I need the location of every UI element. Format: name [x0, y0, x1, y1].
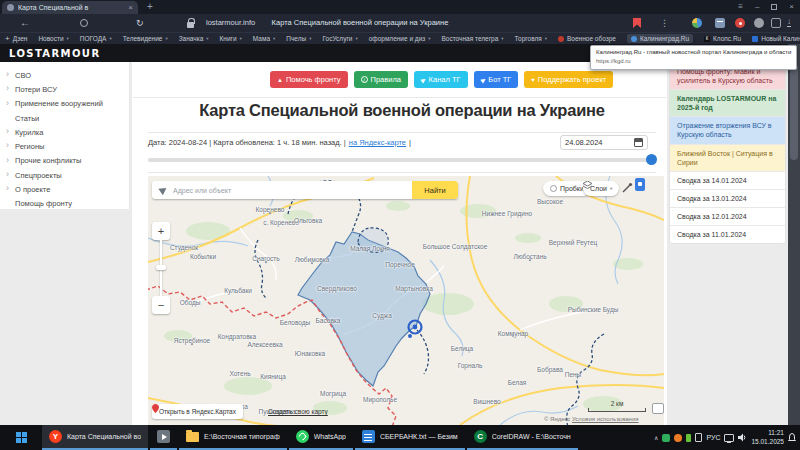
bookmark-item[interactable]: Новый Калинин — [752, 35, 800, 42]
browser-tab[interactable]: Карта Специальной в × — [2, 1, 138, 14]
map-extra-control[interactable] — [635, 178, 645, 191]
bookmark-item[interactable]: Восточная телегра▾ — [442, 35, 504, 42]
open-in-yandex-maps-link[interactable]: Открыть в Яндекс.Картах — [152, 404, 243, 419]
map-find-button[interactable]: Найти — [412, 181, 458, 199]
browser-home-icon[interactable] — [80, 19, 88, 27]
yandex-map-link[interactable]: на Яндекс-карте — [349, 138, 406, 147]
tray-app-icon[interactable] — [674, 434, 682, 442]
zoom-slider-knob[interactable] — [156, 265, 166, 270]
taskbar-app-folder[interactable]: Е:\Восточная типограф — [179, 425, 287, 450]
page-scrollbar[interactable] — [788, 44, 800, 425]
new-tab-button[interactable]: + — [147, 1, 153, 13]
map-scale-toggle[interactable] — [652, 403, 664, 414]
bookmark-item[interactable]: Новости▾ — [38, 35, 68, 42]
bookmark-item[interactable]: оформление и диз▾ — [369, 35, 431, 42]
bookmark-item[interactable]: +Дзен — [5, 35, 27, 43]
map-layers-button[interactable]: Слои ▾ — [583, 181, 619, 196]
extension-mail-icon[interactable] — [715, 18, 725, 28]
locate-icon[interactable] — [158, 185, 168, 196]
zoom-in-button[interactable]: + — [152, 222, 170, 240]
map-search-placeholder[interactable]: Адрес или объект — [173, 187, 412, 194]
download-icon[interactable]: ↓ — [787, 17, 791, 27]
bookmark-item[interactable]: Торговля▾ — [515, 35, 547, 42]
action-button[interactable]: ▲Помочь фронту — [270, 71, 348, 88]
action-button[interactable]: ▶Канал ТГ — [414, 71, 468, 88]
news-item[interactable]: Отражение вторжения ВСУ в Курскую област… — [670, 117, 785, 144]
bookmark-flag-icon[interactable] — [633, 18, 641, 28]
sidebar-item[interactable]: Помощь фронту — [0, 197, 129, 211]
speaker-icon[interactable] — [738, 433, 747, 442]
minimize-button[interactable]: – — [755, 0, 759, 14]
hidden-icons-chevron[interactable]: ∧ — [654, 434, 658, 441]
bookmark-item[interactable]: ПОГОДА▾ — [80, 35, 112, 42]
sidebar-item[interactable]: Статьи — [0, 111, 129, 125]
date-input[interactable]: 24.08.2024 — [560, 135, 648, 150]
sidebar-item-label: О проекте — [15, 185, 50, 194]
action-button[interactable]: ▶Бот ТГ — [474, 71, 519, 88]
clock[interactable]: 11:21 15.01.2025 — [751, 429, 784, 445]
notification-bell-icon[interactable] — [788, 433, 796, 442]
news-item[interactable]: Сводка за 12.01.2024 — [670, 208, 785, 226]
usb-icon[interactable] — [695, 433, 702, 442]
scrollbar-thumb[interactable] — [790, 64, 798, 160]
browser-menu-icon[interactable]: ≡ — [738, 0, 743, 14]
taskbar-app-whatsapp[interactable]: WhatsApp — [289, 425, 353, 450]
sidebar-item[interactable]: ›Применение вооружений — [0, 97, 129, 111]
news-item[interactable]: Календарь LOSTARMOUR на 2025-й год — [670, 90, 785, 117]
taskbar-app-yandex-browser[interactable]: YКарта Специальной во — [42, 425, 148, 450]
calendar-icon[interactable] — [634, 138, 643, 147]
bookmark-item[interactable]: ККлопс.Ru — [704, 35, 741, 42]
map-search[interactable]: Адрес или объект Найти — [152, 181, 458, 199]
extension-share-icon[interactable] — [771, 18, 781, 28]
sidebar-item[interactable]: ›СВО — [0, 68, 129, 82]
sidebar-item[interactable]: ›Регионы — [0, 139, 129, 153]
bookmark-item[interactable]: Пчелы▾ — [286, 35, 311, 42]
url-text[interactable]: lostarmour.info — [206, 14, 255, 32]
sidebar-item[interactable]: ›Курилка — [0, 125, 129, 139]
terms-link[interactable]: Условия использования — [572, 416, 639, 422]
tab-close-icon[interactable]: × — [128, 4, 133, 12]
display-icon[interactable] — [724, 434, 734, 442]
sidebar-item[interactable]: ›Потери ВСУ — [0, 82, 129, 96]
action-button[interactable]: ♥Поддержать проект — [524, 71, 613, 88]
taskbar-app-media-player[interactable] — [150, 425, 177, 450]
zoom-out-button[interactable]: − — [152, 296, 170, 314]
extension-globe-icon[interactable] — [692, 18, 702, 28]
bookmark-item[interactable]: Калининград.Ru — [627, 34, 693, 43]
news-item[interactable]: Сводка за 13.01.2024 — [670, 190, 785, 208]
news-item[interactable]: Сводка за 11.01.2024 — [670, 226, 785, 243]
bookmark-item[interactable]: Военное обозре — [558, 35, 616, 42]
action-button[interactable]: iПравила — [354, 71, 408, 88]
timeline-slider-thumb[interactable] — [646, 154, 657, 165]
pin-icon — [152, 404, 159, 413]
close-button[interactable]: × — [789, 0, 794, 14]
news-item[interactable]: Ближний Восток | Ситуация в Сирии — [670, 145, 785, 172]
sidebar-item[interactable]: ›Спецпроекты — [0, 168, 129, 182]
taskbar-app-notepad[interactable]: СБЕРБАНК.txt — Безим — [355, 425, 465, 450]
language-indicator[interactable]: РУС — [706, 434, 720, 441]
bookmark-item[interactable]: Мама▾ — [253, 35, 275, 42]
sidebar-item[interactable]: ›О проекте — [0, 182, 129, 196]
bookmark-item[interactable]: Телевидение▾ — [123, 35, 168, 42]
sidebar-item[interactable]: ›Прочие конфликты — [0, 154, 129, 168]
taskbar-app-coreldraw[interactable]: CCorelDRAW - Е:\Восточн — [467, 425, 578, 450]
extension-generic-icon[interactable] — [754, 18, 764, 28]
create-map-link[interactable]: Создать свою карту — [268, 408, 328, 415]
back-icon[interactable]: ← — [20, 14, 30, 32]
tray-app-icon[interactable] — [686, 434, 691, 442]
map[interactable]: ШептуховкаКореневос. КореневоОльговкаНиж… — [148, 176, 664, 425]
site-logo[interactable]: LOSTARMOUR — [9, 48, 100, 59]
timeline-slider[interactable] — [148, 158, 656, 162]
start-button[interactable] — [0, 425, 42, 450]
maximize-button[interactable] — [771, 4, 777, 10]
news-item[interactable]: Сводка за 14.01.2024 — [670, 172, 785, 190]
map-ruler-icon[interactable] — [621, 182, 633, 194]
bookmark-item[interactable]: ГосУслуги▾ — [322, 35, 357, 42]
bookmark-item[interactable]: Книги▾ — [220, 35, 242, 42]
tray-app-icon[interactable] — [662, 434, 670, 442]
bookmark-item[interactable]: Заначка▾ — [179, 35, 209, 42]
map-town-label: Высокое — [537, 198, 563, 205]
refresh-icon[interactable]: ↻ — [136, 14, 144, 32]
extension-adblock-icon[interactable] — [735, 18, 745, 28]
more-icon[interactable]: ⋮ — [660, 14, 669, 32]
